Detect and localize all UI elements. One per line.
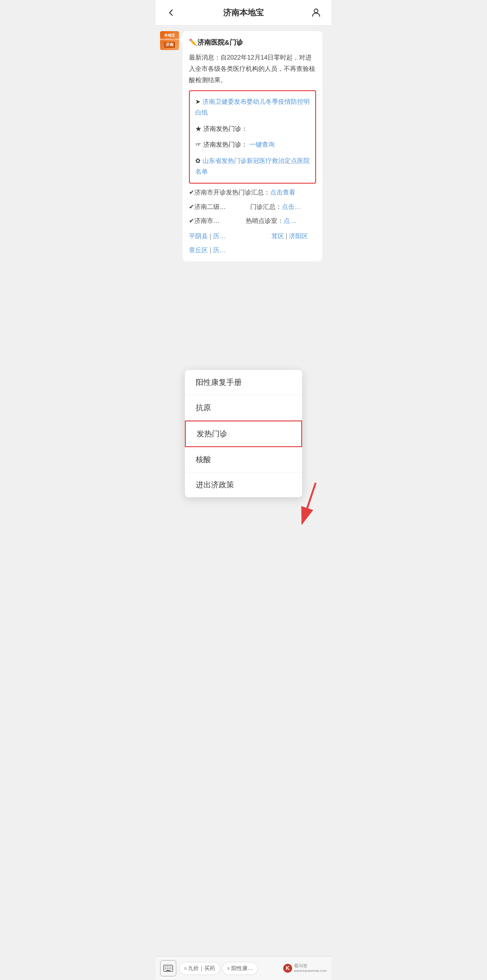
avatar-line2: Bendibao.com [160,38,179,41]
menu-icon-2: ≡ [227,966,230,971]
highlight-link-3[interactable]: 一键查询 [249,141,275,148]
avatar-line3: 济南 [164,42,175,48]
svg-rect-11 [170,968,171,969]
highlight-icon-1: ➤ [195,98,202,105]
arrow-indicator [289,478,325,534]
quick-btn-jiujia[interactable]: ≡ 九价｜买药 [179,962,220,975]
district-links-2: 章丘区 | 历… [189,244,316,256]
highlight-item-1: ➤ 济南卫健委发布婴幼儿冬季疫情防控明白纸 [195,97,310,118]
bubble-news: 最新消息：自2022年12月14日零时起，对进入全市各级各类医疗机构的人员，不再… [189,52,316,86]
quick-btn-yangxing[interactable]: ≡ 阳性康… [222,962,257,975]
svg-rect-5 [167,966,168,967]
dropdown-item-yangkang[interactable]: 阳性康复手册 [185,370,302,395]
svg-line-2 [302,483,316,523]
dropdown-item-hexuan[interactable]: 核酸 [185,447,302,472]
quick-btn-yangxing-label: 阳性康… [231,965,253,972]
dropdown-item-jinchuju[interactable]: 进出济政策 [185,472,302,497]
avatar-line1: 本地宝 [164,33,175,38]
quick-buttons-area: ≡ 九价｜买药 ≡ 阳性康… [179,962,280,975]
dropdown-menu: 阳性康复手册 抗原 发热门诊 核酸 进出济政策 [185,370,302,497]
bottom-bar: ≡ 九价｜买药 ≡ 阳性康… K 看问答 www.kanwenda.com [156,956,331,980]
highlight-icon-4: ✿ [195,157,202,164]
menu-icon-1: ≡ [184,966,187,971]
avatar: 本地宝 Bendibao.com 济南 [160,31,179,50]
dropdown-item-kangyan[interactable]: 抗原 [185,395,302,421]
svg-rect-4 [165,966,166,967]
dropdown-item-faretmenzhen[interactable]: 发热门诊 [185,421,302,447]
keyboard-button[interactable] [160,960,176,976]
quick-btn-jiujia-label: 九价｜买药 [188,965,215,972]
watermark-logo: K [283,964,292,973]
district-link-pinyin[interactable]: 平阴县 [189,232,208,240]
message-bubble: ✏️济南医院&门诊 最新消息：自2022年12月14日零时起，对进入全市各级各类… [183,31,322,261]
normal-item-3: ✔济南市… 热哨点诊室：点… [189,216,316,227]
message-row: 本地宝 Bendibao.com 济南 ✏️济南医院&门诊 最新消息：自2022… [160,31,327,261]
svg-rect-6 [169,966,170,967]
normal-link-3[interactable]: 点… [284,217,296,224]
normal-link-2[interactable]: 点击… [282,203,301,210]
back-button[interactable] [164,5,178,20]
district-links-1: 平阴县 | 历… 茸区 | 济阳区 [189,230,316,242]
normal-item-2: ✔济南二级… 门诊汇总：点击… [189,202,316,213]
highlight-icon-3: ☞ 济南发热门诊： [195,141,248,148]
svg-point-0 [314,9,318,13]
bubble-title: ✏️济南医院&门诊 [189,37,316,48]
profile-button[interactable] [309,5,323,20]
svg-rect-12 [166,970,170,971]
highlight-link-4[interactable]: 山东省发热门诊新冠医疗救治定点医院名单 [195,157,310,175]
district-link-zhangqiu[interactable]: 章丘区 [189,246,208,254]
district-link-jiyang[interactable]: 济阳区 [289,232,308,240]
highlight-box: ➤ 济南卫健委发布婴幼儿冬季疫情防控明白纸 ★ 济南发热门诊： ☞ 济南发热门诊… [189,90,316,184]
normal-link-1[interactable]: 点击查看 [270,189,295,196]
page-wrapper: 济南本地宝 本地宝 Bendibao.com 济南 ✏️济南医院&门诊 最 [156,0,331,956]
highlight-item-3: ☞ 济南发热门诊： 一键查询 [195,139,310,150]
highlight-item-4: ✿ 山东省发热门诊新冠医疗救治定点医院名单 [195,156,310,177]
top-bar: 济南本地宝 [156,0,331,26]
svg-rect-10 [169,968,170,969]
district-link-mao[interactable]: 茸区 [271,232,284,240]
watermark-container: K 看问答 www.kanwenda.com [283,963,327,973]
highlight-link-1[interactable]: 济南卫健委发布婴幼儿冬季疫情防控明白纸 [195,98,310,116]
normal-item-1: ✔济南市开诊发热门诊汇总：点击查看 [189,187,316,198]
svg-rect-7 [170,966,171,967]
district-link-li2[interactable]: 历… [213,246,225,254]
svg-rect-9 [167,968,168,969]
svg-rect-8 [165,968,166,969]
page-title: 济南本地宝 [223,7,264,18]
highlight-item-2: ★ 济南发热门诊： [195,124,310,134]
watermark-text: 看问答 www.kanwenda.com [294,963,327,973]
highlight-icon-2: ★ 济南发热门诊： [195,125,248,132]
district-link-li[interactable]: 历… [213,232,225,240]
